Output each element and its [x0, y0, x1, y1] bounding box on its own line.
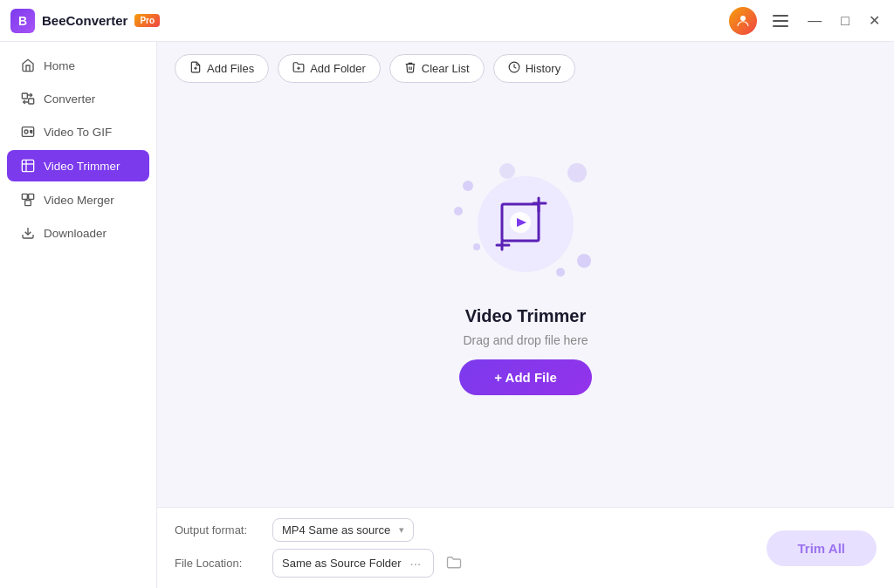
sidebar-item-home-label: Home	[44, 59, 75, 72]
sidebar-item-downloader[interactable]: Downloader	[7, 217, 149, 249]
close-button[interactable]: ✕	[865, 9, 884, 32]
drop-illustration	[447, 154, 604, 294]
svg-rect-4	[22, 93, 27, 99]
svg-rect-5	[29, 99, 34, 104]
sidebar-item-video-trimmer[interactable]: Video Trimmer	[7, 150, 149, 181]
output-format-select[interactable]: MP4 Same as source ▾	[272, 518, 414, 542]
svg-point-0	[740, 16, 746, 21]
sidebar-item-downloader-label: Downloader	[44, 227, 107, 240]
file-location-value: Same as Source Folder	[282, 557, 402, 570]
output-format-value: MP4 Same as source	[282, 523, 390, 537]
main-layout: Home Converter Video To GIF Video Trimme…	[0, 42, 894, 588]
sidebar: Home Converter Video To GIF Video Trimme…	[0, 42, 157, 588]
drop-zone-title: Video Trimmer	[465, 306, 587, 326]
chevron-down-icon: ▾	[399, 524, 404, 536]
sidebar-item-home[interactable]: Home	[7, 50, 149, 81]
merger-icon	[21, 193, 35, 207]
maximize-button[interactable]: □	[837, 10, 853, 32]
app-logo: B	[10, 9, 35, 33]
clear-list-label: Clear List	[422, 62, 470, 75]
svg-point-7	[24, 130, 28, 133]
deco-circle-2	[499, 163, 515, 179]
file-location-row: File Location: Same as Source Folder ···	[175, 549, 464, 578]
file-location-field: Same as Source Folder ···	[272, 549, 434, 578]
content-area: Add Files Add Folder Clear List History	[157, 42, 894, 588]
add-file-button[interactable]: + Add File	[459, 359, 592, 395]
sidebar-item-converter-label: Converter	[44, 92, 95, 106]
bottom-left: Output format: MP4 Same as source ▾ File…	[175, 518, 464, 578]
sidebar-item-merger-label: Video Merger	[44, 194, 114, 207]
add-files-button[interactable]: Add Files	[175, 54, 269, 83]
trimmer-icon	[21, 159, 35, 173]
output-format-row: Output format: MP4 Same as source ▾	[175, 518, 464, 542]
downloader-icon	[21, 226, 35, 240]
deco-circle-7	[473, 243, 480, 250]
sidebar-item-video-merger[interactable]: Video Merger	[7, 184, 149, 215]
svg-rect-1	[773, 15, 788, 17]
deco-circle-3	[454, 207, 463, 215]
history-label: History	[526, 62, 560, 75]
gif-icon	[21, 125, 35, 139]
sidebar-item-video-to-gif[interactable]: Video To GIF	[7, 116, 149, 147]
title-bar: B BeeConverter Pro — □ ✕	[0, 0, 894, 42]
deco-circle-5	[577, 254, 591, 268]
converter-icon	[21, 92, 35, 106]
svg-rect-8	[22, 160, 33, 171]
minimize-button[interactable]: —	[804, 10, 825, 32]
svg-rect-13	[25, 201, 31, 206]
more-options-button[interactable]: ···	[407, 554, 425, 572]
svg-rect-12	[29, 194, 34, 199]
add-folder-button[interactable]: Add Folder	[278, 54, 381, 83]
trim-icon	[495, 194, 556, 255]
svg-rect-2	[773, 20, 788, 22]
drop-zone: Video Trimmer Drag and drop file here + …	[157, 95, 894, 507]
clear-list-button[interactable]: Clear List	[389, 54, 485, 83]
output-format-label: Output format:	[175, 523, 262, 537]
toolbar: Add Files Add Folder Clear List History	[157, 42, 894, 95]
deco-circle-4	[567, 163, 587, 182]
browse-folder-button[interactable]	[444, 553, 464, 573]
sidebar-item-gif-label: Video To GIF	[44, 126, 112, 139]
home-icon	[21, 58, 35, 72]
hamburger-menu-button[interactable]	[769, 11, 792, 31]
svg-rect-3	[773, 25, 788, 27]
deco-circle-6	[556, 268, 565, 277]
add-folder-icon	[292, 61, 305, 76]
sidebar-item-converter[interactable]: Converter	[7, 83, 149, 114]
svg-rect-11	[22, 194, 27, 199]
trim-all-button[interactable]: Trim All	[767, 530, 877, 566]
add-folder-label: Add Folder	[310, 62, 366, 75]
history-button[interactable]: History	[493, 54, 575, 83]
title-bar-left: B BeeConverter Pro	[10, 9, 160, 33]
bottom-bar: Output format: MP4 Same as source ▾ File…	[157, 507, 894, 588]
add-files-label: Add Files	[207, 62, 254, 75]
deco-circle-1	[463, 181, 473, 191]
hex-background	[478, 176, 574, 272]
add-files-icon	[189, 61, 202, 76]
app-title: BeeConverter	[42, 13, 127, 28]
file-location-label: File Location:	[175, 557, 262, 570]
pro-badge: Pro	[134, 14, 160, 27]
drop-zone-subtitle: Drag and drop file here	[463, 333, 588, 347]
clear-list-icon	[404, 61, 416, 76]
user-avatar[interactable]	[729, 7, 757, 35]
history-icon	[508, 61, 520, 76]
title-bar-right: — □ ✕	[729, 7, 884, 35]
sidebar-item-trimmer-label: Video Trimmer	[44, 160, 120, 173]
